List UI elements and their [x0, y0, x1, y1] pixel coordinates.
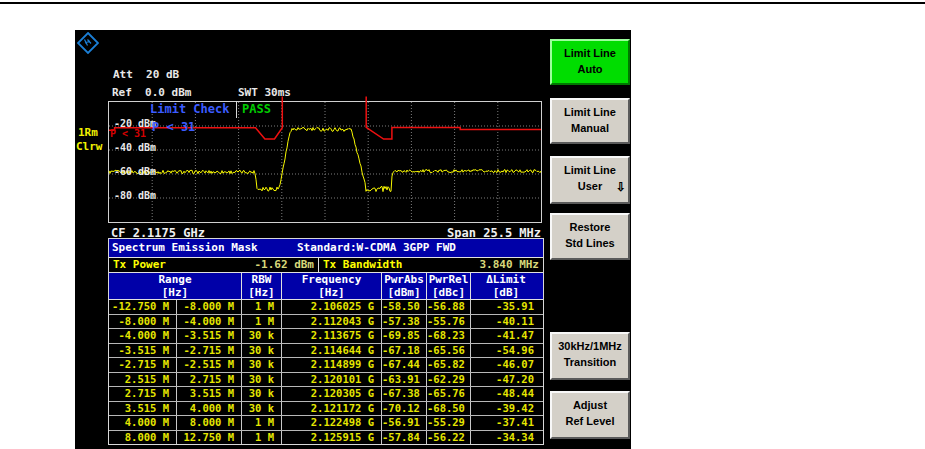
y-axis-label: -40 dBm — [114, 142, 156, 153]
table-cell: -56.91 — [381, 416, 426, 430]
softkey-restore-std-lines[interactable]: Restore Std Lines — [550, 213, 630, 260]
limit-name-blue: P < 31 — [152, 120, 195, 134]
tx-bandwidth-cell: Tx Bandwidth 3.840 MHz — [318, 258, 543, 272]
sem-result-table: Spectrum Emission Mask Standard:W-CDMA 3… — [108, 238, 544, 445]
tx-power-value: -1.62 dBm — [254, 258, 314, 272]
softkey-label: 30kHz/1MHz — [552, 338, 628, 354]
table-cell: 8.000 M — [176, 416, 241, 430]
trace-mode-label: 1Rm — [78, 126, 98, 139]
table-cell: -67.38 — [381, 387, 426, 401]
table-cell: -56.22 — [426, 431, 470, 445]
table-row: -12.750 M-8.000 M1 M2.106025 G-58.50-56.… — [109, 300, 543, 314]
table-cell: -4.000 M — [109, 329, 176, 343]
submenu-down-arrow-icon: ⇩ — [616, 180, 626, 194]
softkey-label: Ref Level — [552, 413, 628, 429]
table-cell: -3.515 M — [109, 344, 176, 358]
softkey-label: Adjust — [552, 397, 628, 413]
table-cell: -55.29 — [426, 416, 470, 430]
tx-bandwidth-value: 3.840 MHz — [479, 258, 539, 272]
table-cell: -56.88 — [426, 300, 470, 314]
table-cell: 2.120101 G — [281, 373, 381, 387]
table-cell: 8.000 M — [109, 431, 176, 445]
softkey-limit-line-auto[interactable]: Limit Line Auto — [550, 39, 630, 85]
attenuation-readout: Att 20 dB — [113, 68, 179, 81]
column-header: RBW[Hz] — [241, 273, 281, 299]
table-cell: 2.114644 G — [281, 344, 381, 358]
tx-bandwidth-label: Tx Bandwidth — [323, 258, 402, 272]
table-row: 2.715 M3.515 M30 k2.120305 G-67.38-65.76… — [109, 386, 543, 401]
softkey-label: Limit Line — [552, 45, 628, 61]
table-cell: 2.113675 G — [281, 329, 381, 343]
table-cell: 2.715 M — [109, 387, 176, 401]
table-cell: -34.34 — [470, 431, 541, 445]
softkey-limit-line-manual[interactable]: Limit Line Manual — [550, 98, 630, 144]
table-cell: 2.121172 G — [281, 402, 381, 416]
table-cell: -3.515 M — [176, 329, 241, 343]
table-cell: -63.91 — [381, 373, 426, 387]
table-cell: -57.38 — [381, 315, 426, 329]
column-header: ΔLimit[dB] — [470, 273, 541, 299]
softkey-limit-line-user[interactable]: Limit Line User ⇩ — [550, 156, 630, 204]
softkey-label: Limit Line — [552, 104, 628, 120]
table-cell: -47.20 — [470, 373, 541, 387]
column-header: PwrRel[dBc] — [426, 273, 470, 299]
table-cell: 1 M — [241, 416, 281, 430]
column-header: Frequency[Hz] — [281, 273, 381, 299]
table-cell: -55.76 — [426, 315, 470, 329]
table-cell: 1 M — [241, 300, 281, 314]
ref-level-readout: Ref 0.0 dBm — [112, 86, 191, 99]
rohde-schwarz-logo-icon — [77, 32, 99, 54]
table-cell: -57.84 — [381, 431, 426, 445]
table-cell: -54.96 — [470, 344, 541, 358]
softkey-adjust-ref-level[interactable]: Adjust Ref Level — [550, 391, 630, 439]
table-cell: -8.000 M — [176, 300, 241, 314]
table-cell: -41.47 — [470, 329, 541, 343]
table-cell: -35.91 — [470, 300, 541, 314]
limit-check-separator — [236, 101, 237, 118]
table-cell: 2.122498 G — [281, 416, 381, 430]
table-cell: 30 k — [241, 344, 281, 358]
softkey-label: Transition — [552, 354, 628, 370]
table-standard: Standard:W-CDMA 3GPP FWD — [297, 239, 456, 257]
table-cell: 2.125915 G — [281, 431, 381, 445]
softkey-30khz-1mhz-transition[interactable]: 30kHz/1MHz Transition — [550, 332, 630, 380]
table-title-bar: Spectrum Emission Mask Standard:W-CDMA 3… — [109, 239, 543, 258]
table-cell: 30 k — [241, 358, 281, 372]
table-row: -3.515 M-2.715 M30 k2.114644 G-67.18-65.… — [109, 343, 543, 358]
table-cell: -4.000 M — [176, 315, 241, 329]
column-header: Range[Hz] — [109, 273, 241, 299]
limit-name-red: P < 31 — [110, 128, 146, 139]
page: Att 20 dB Ref 0.0 dBm SWT 30ms 1Rm Clrw … — [0, 0, 925, 449]
analyzer-screen: Att 20 dB Ref 0.0 dBm SWT 30ms 1Rm Clrw … — [75, 30, 631, 449]
table-cell: -12.750 M — [109, 300, 176, 314]
table-cell: -39.42 — [470, 402, 541, 416]
table-cell: -40.11 — [470, 315, 541, 329]
table-cell: -58.50 — [381, 300, 426, 314]
table-cell: -37.41 — [470, 416, 541, 430]
table-title: Spectrum Emission Mask — [112, 239, 258, 257]
table-cell: -67.18 — [381, 344, 426, 358]
table-cell: -2.715 M — [176, 344, 241, 358]
trace-detector-label: Clrw — [76, 140, 103, 153]
table-cell: -65.56 — [426, 344, 470, 358]
table-cell: 1 M — [241, 431, 281, 445]
table-cell: 30 k — [241, 387, 281, 401]
table-header-row: Range[Hz]RBW[Hz]Frequency[Hz]PwrAbs[dBm]… — [109, 273, 543, 300]
table-cell: 3.515 M — [176, 387, 241, 401]
limit-check-result: PASS — [242, 102, 271, 116]
column-header: PwrAbs[dBm] — [381, 273, 426, 299]
table-cell: 4.000 M — [109, 416, 176, 430]
table-cell: 2.515 M — [109, 373, 176, 387]
table-cell: -2.515 M — [176, 358, 241, 372]
table-cell: 30 k — [241, 373, 281, 387]
table-row: -4.000 M-3.515 M30 k2.113675 G-69.85-68.… — [109, 328, 543, 343]
tx-power-cell: Tx Power -1.62 dBm — [109, 258, 318, 272]
table-cell: 30 k — [241, 329, 281, 343]
table-cell: -62.29 — [426, 373, 470, 387]
table-cell: 4.000 M — [176, 402, 241, 416]
table-cell: -69.85 — [381, 329, 426, 343]
sem-graph: -20 dBm-40 dBm-60 dBm-80 dBm Limit Check… — [108, 101, 544, 225]
softkey-label: Limit Line — [552, 162, 628, 178]
table-cell: 30 k — [241, 402, 281, 416]
table-cell: 2.106025 G — [281, 300, 381, 314]
